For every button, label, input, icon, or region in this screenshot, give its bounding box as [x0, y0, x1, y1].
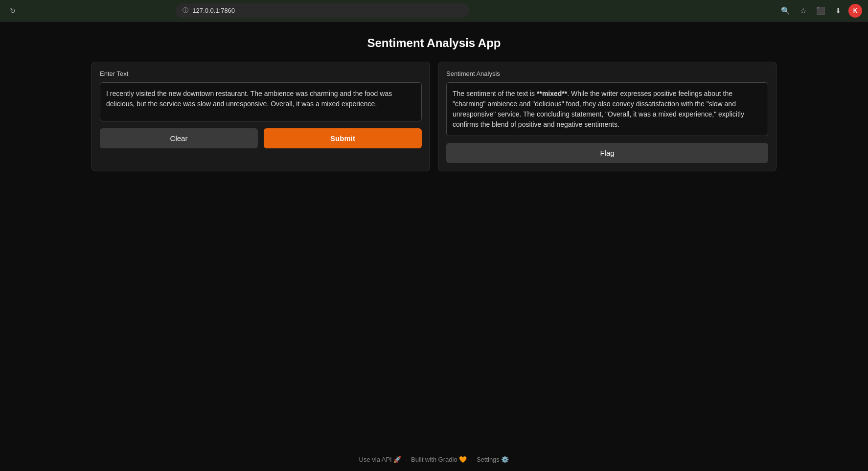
submit-button[interactable]: Submit — [264, 128, 422, 148]
refresh-icon: ↻ — [10, 7, 16, 15]
api-icon: 🚀 — [393, 456, 401, 463]
api-label: Use via API 🚀 — [359, 456, 402, 463]
clear-button[interactable]: Clear — [100, 128, 258, 148]
extensions-icon: ⬛ — [816, 6, 825, 15]
url-text: 127.0.0.1:7860 — [192, 7, 235, 14]
enter-text-label: Enter Text — [100, 70, 422, 77]
settings-icon: ⚙️ — [501, 456, 509, 463]
refresh-button[interactable]: ↻ — [6, 4, 20, 18]
search-button[interactable]: 🔍 — [778, 3, 794, 19]
sentiment-panel: Sentiment Analysis The sentiment of the … — [438, 62, 777, 171]
search-icon: 🔍 — [781, 6, 790, 15]
app-container: Sentiment Analysis App Enter Text I rece… — [82, 22, 786, 448]
output-text-area: The sentiment of the text is **mixed**. … — [446, 82, 768, 136]
browser-actions: 🔍 ☆ ⬛ ⬇ K — [778, 3, 862, 19]
browser-controls: ↻ — [6, 4, 20, 18]
panels-container: Enter Text I recently visited the new do… — [91, 62, 777, 171]
extensions-button[interactable]: ⬛ — [813, 3, 829, 19]
footer-dot-2: · — [471, 456, 473, 463]
app-title: Sentiment Analysis App — [91, 36, 777, 50]
address-bar[interactable]: ⓘ 127.0.0.1:7860 — [176, 3, 469, 18]
input-text-content: I recently visited the new downtown rest… — [106, 89, 415, 109]
footer-dot-1: · — [405, 456, 407, 463]
built-label: Built with Gradio 🧡 — [411, 456, 467, 463]
settings-link[interactable]: Settings ⚙️ — [477, 456, 509, 463]
gradio-icon: 🧡 — [459, 456, 467, 463]
avatar[interactable]: K — [848, 4, 862, 18]
bookmark-button[interactable]: ☆ — [796, 3, 811, 19]
sentiment-output: The sentiment of the text is **mixed**. … — [453, 89, 762, 130]
download-button[interactable]: ⬇ — [831, 3, 846, 19]
action-buttons-row: Clear Submit — [100, 128, 422, 148]
footer: Use via API 🚀 · Built with Gradio 🧡 · Se… — [0, 448, 868, 471]
browser-chrome: ↻ ⓘ 127.0.0.1:7860 🔍 ☆ ⬛ ⬇ K — [0, 0, 868, 22]
star-icon: ☆ — [800, 6, 806, 15]
download-icon: ⬇ — [835, 6, 842, 15]
enter-text-panel: Enter Text I recently visited the new do… — [91, 62, 430, 171]
info-icon: ⓘ — [183, 6, 188, 15]
input-text-area[interactable]: I recently visited the new downtown rest… — [100, 82, 422, 121]
sentiment-label: Sentiment Analysis — [446, 70, 768, 77]
flag-button[interactable]: Flag — [446, 143, 768, 163]
